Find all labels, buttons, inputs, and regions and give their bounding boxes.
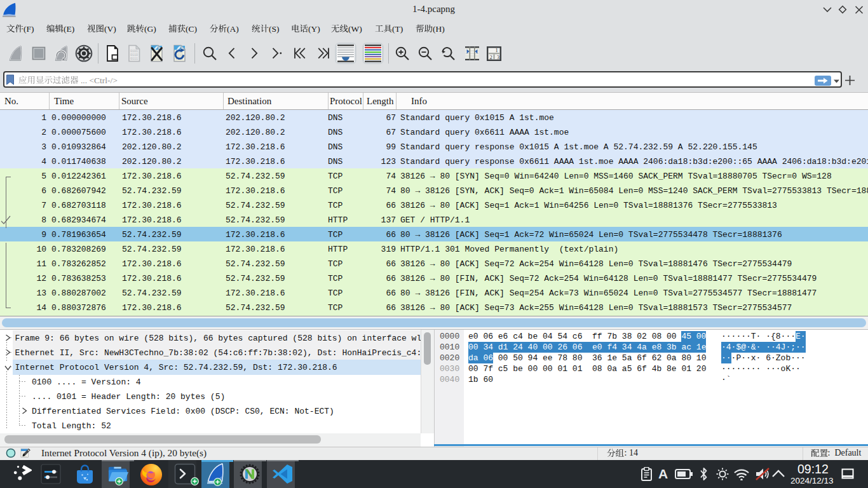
- svg-text:3: 3: [497, 53, 499, 60]
- svg-text:2: 2: [489, 53, 492, 60]
- svg-text:1: 1: [495, 47, 498, 53]
- svg-text:0111: 0111: [130, 57, 138, 61]
